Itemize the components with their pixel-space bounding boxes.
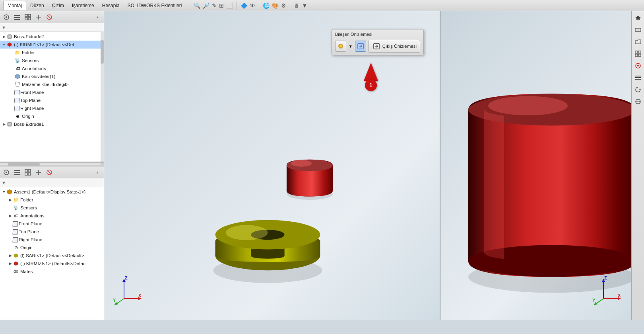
upper-toolbar-btn-1[interactable] [2,12,11,22]
left-viewport[interactable]: Bileşen Önizlemesi ▼ [104,11,440,320]
tree-item-boss-extrude2[interactable]: ▶ Boss-Extrude2 [0,33,104,41]
svg-rect-15 [16,82,19,86]
scrollbar-thumb[interactable] [101,40,104,64]
h-scrollbar-thumb[interactable] [8,163,40,166]
svg-rect-4 [14,19,20,20]
left-panel: › ▼ ▶ Boss-Extrude2 ▼ [0,11,104,320]
sidebar-folder-btn[interactable] [633,37,643,47]
h-scrollbar[interactable] [0,162,104,166]
lower-tree-content: ▼ Assem1 (Default<Display State-1>) ▶ 📁 … [0,187,104,276]
menu-duzen[interactable]: Düzen [26,1,48,10]
toolbar-icon-1[interactable]: 🔍 [194,2,200,9]
large-cyl-top-highlight [488,96,568,115]
part-yellow-icon [13,252,19,259]
plane-icon [14,98,19,103]
menu-cizim[interactable]: Çizim [48,1,68,10]
tree-item-lower-folder[interactable]: ▶ 📁 Folder [0,196,104,204]
solid-icon [14,73,21,80]
tree-item-front-plane[interactable]: Front Plane [0,88,104,96]
sidebar-display-btn[interactable] [633,61,643,71]
tree-item-origin[interactable]: ⊕ Origin [0,112,104,120]
tree-item-boss-extrude1[interactable]: ▶ Boss-Extrude1 [0,120,104,128]
scroll-corner [101,163,104,166]
sidebar-grid-btn[interactable] [633,49,643,59]
tree-item-folder[interactable]: 📁 Folder [0,49,104,57]
sidebar-home-btn[interactable] [633,13,643,23]
exit-icon [372,42,381,51]
tree-item-lower-front-plane[interactable]: Front Plane [0,220,104,228]
tree-item-assem1[interactable]: ▼ Assem1 (Default<Display State-1>) [0,188,104,196]
tree-label: Top Plane [19,229,39,234]
mates-icon [13,268,19,275]
tree-item-lower-right-plane[interactable]: Right Plane [0,236,104,244]
tree-item-malzeme[interactable]: Malzeme <belirli değil> [0,80,104,88]
tree-item-kati[interactable]: Katı Gövdeler(1) [0,72,104,80]
tree-item-top-plane[interactable]: Top Plane [0,96,104,104]
lower-toolbar-btn-4[interactable] [34,168,43,177]
toolbar-icon-6[interactable]: 🔷 [241,2,247,9]
sidebar-refresh-btn[interactable] [633,84,643,95]
tree-arrow: ▶ [2,35,6,39]
svg-rect-20 [14,170,20,171]
svg-point-62 [637,65,639,66]
upper-toolbar-btn-4[interactable] [34,12,43,22]
tree-item-lower-sensors[interactable]: 📡 Sensors [0,204,104,212]
popup-settings-btn[interactable] [335,41,346,52]
tree-item-lower-kirmizi[interactable]: ▶ (-) KIRMIZI<1> (Default<<Defaul [0,260,104,268]
lower-toolbar-more[interactable]: › [93,168,102,177]
upper-toolbar-more[interactable]: › [93,12,102,22]
svg-rect-23 [25,170,27,172]
toolbar-icon-10[interactable]: ⚙ [281,2,286,9]
donut-highlight [226,225,268,240]
toolbar-icon-3[interactable]: ✎ [212,2,217,9]
assem-label: Assem1 (Default<Display State-1>) [14,189,85,194]
menu-hesapla[interactable]: Hesapla [98,1,124,10]
red-cyl-highlight [291,160,312,167]
svg-rect-2 [14,15,20,16]
sidebar-globe-btn[interactable] [633,96,643,107]
upper-toolbar-btn-3[interactable] [23,12,33,22]
tree-label: Front Plane [19,221,42,226]
tree-item-right-plane[interactable]: Right Plane [0,104,104,112]
toolbar-icon-7[interactable]: 👁 [250,2,255,9]
tree-label: Folder [22,50,35,55]
menu-isaretleme[interactable]: İşaretleme [68,1,98,10]
lower-toolbar-btn-5[interactable] [45,168,54,177]
upper-toolbar-btn-2[interactable] [12,12,22,22]
tree-item-mates[interactable]: Mates [0,268,104,275]
scrollbar-track[interactable] [101,32,104,162]
filter-icon: ▼ [2,25,6,30]
tree-item-sensors[interactable]: 📡 Sensors [0,57,104,64]
toolbar-icon-5[interactable]: ⬜ [226,2,233,9]
svg-rect-26 [28,173,31,175]
tree-item-lower-top-plane[interactable]: Top Plane [0,228,104,236]
left-3d-scene [104,11,440,320]
lower-toolbar-btn-2[interactable] [12,168,22,177]
toolbar-icon-8[interactable]: 🌐 [263,2,270,9]
exit-preview-icon-btn[interactable] [355,41,366,52]
right-viewport[interactable]: Z X Y [440,11,631,320]
tree-item-annotations[interactable]: 🏷 Annotations [0,64,104,72]
toolbar-icon-12[interactable]: ▼ [302,2,307,9]
tree-label: Mates [20,269,33,274]
toolbar-icon-11[interactable]: 🖥 [294,2,299,9]
tree-label: Annotations [20,213,45,218]
menu-eklentiler[interactable]: SOLIDWORKS Eklentileri [124,1,186,10]
lower-toolbar-btn-1[interactable] [2,168,11,177]
svg-point-19 [6,172,7,173]
tree-item-lower-origin[interactable]: ⊕ Origin [0,244,104,252]
toolbar-icon-2[interactable]: 🔎 [203,2,209,9]
sidebar-list-btn[interactable] [633,72,643,83]
tree-item-kirmizi[interactable]: ▼ (-) KIRMIZI<1> (Default<<Det [0,41,104,49]
toolbar-icon-9[interactable]: 🎨 [272,2,279,9]
upper-toolbar-btn-5[interactable] [45,12,54,22]
dropdown-arrow[interactable]: ▼ [349,44,353,49]
toolbar-icon-4[interactable]: ⊞ [219,2,224,9]
menu-montaj[interactable]: Montaj [3,1,26,10]
exit-preview-button[interactable]: Çıkış Önizlemesi [369,40,420,53]
tree-item-sari[interactable]: ▶ (f) SARI<1> (Default<<Default>. [0,252,104,260]
lower-toolbar-btn-3[interactable] [23,168,33,177]
tree-label: Boss-Extrude1 [14,122,44,127]
tree-item-lower-annotations[interactable]: ▶ 🏷 Annotations [0,212,104,220]
sidebar-planes-btn[interactable] [633,25,643,35]
